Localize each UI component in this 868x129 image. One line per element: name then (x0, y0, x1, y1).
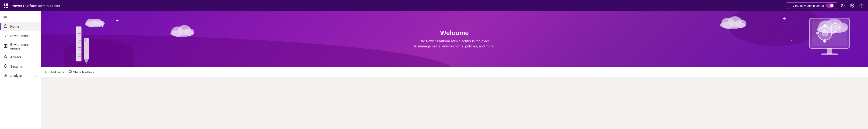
top-nav-right: Try the new admin center (787, 2, 865, 9)
hamburger-menu[interactable]: ☰ (0, 11, 41, 22)
analytics-chevron-icon: ⌄ (35, 74, 37, 77)
banner-subtitle: The Power Platform admin center is the p… (414, 39, 495, 49)
sparkle-1: ✦ (116, 18, 119, 23)
theme-icon[interactable] (839, 2, 846, 9)
share-feedback-button[interactable]: Share feedback (69, 70, 94, 74)
svg-marker-55 (84, 59, 89, 64)
sidebar-label-advisor: Advisor (10, 55, 21, 59)
svg-point-30 (184, 28, 194, 36)
sidebar-label-analytics: Analytics (10, 74, 23, 78)
svg-rect-17 (4, 46, 5, 48)
environment-groups-icon (3, 44, 8, 49)
svg-rect-72 (834, 22, 836, 24)
sidebar-item-environment-groups[interactable]: Environment groups (0, 40, 41, 52)
advisor-icon (3, 55, 8, 59)
svg-point-26 (96, 20, 104, 27)
grid-icon[interactable] (3, 2, 9, 9)
svg-point-34 (735, 19, 746, 28)
cloud-2 (169, 23, 195, 37)
cloud-3 (719, 13, 747, 29)
svg-rect-15 (4, 44, 5, 46)
sidebar-label-environment-groups: Environment groups (10, 43, 37, 50)
svg-rect-65 (831, 32, 834, 34)
security-icon (3, 64, 8, 69)
svg-rect-8 (7, 7, 8, 8)
new-admin-toggle[interactable] (826, 3, 834, 8)
banner-illustration (807, 16, 854, 61)
sidebar-label-environments: Environments (10, 34, 30, 38)
sidebar-item-advisor[interactable]: Advisor (0, 52, 41, 62)
bottom-toolbar: + + Add cards Share feedback (41, 67, 868, 77)
add-cards-icon: + (44, 70, 47, 74)
toggle-knob (830, 4, 833, 7)
svg-point-9 (852, 5, 853, 6)
svg-rect-59 (821, 53, 838, 55)
svg-rect-4 (6, 5, 7, 6)
environments-icon (3, 34, 8, 38)
svg-marker-19 (4, 55, 7, 58)
svg-rect-5 (7, 5, 8, 6)
svg-point-71 (834, 26, 837, 29)
svg-rect-54 (85, 38, 86, 42)
try-new-admin-button[interactable]: Try the new admin center (787, 2, 837, 9)
svg-rect-1 (6, 3, 7, 5)
svg-rect-2 (7, 3, 8, 5)
svg-rect-16 (6, 44, 7, 46)
sidebar-item-home[interactable]: Home (0, 22, 41, 31)
svg-rect-0 (4, 3, 5, 5)
svg-rect-18 (6, 46, 7, 48)
svg-rect-58 (827, 48, 832, 54)
svg-rect-39 (76, 27, 82, 61)
banner-tools-illustration (69, 24, 97, 67)
banner-center: Welcome The Power Platform admin center … (414, 29, 495, 49)
app-title: Power Platform admin center (12, 4, 60, 8)
sidebar-item-analytics[interactable]: Analytics ⌄ (0, 71, 41, 80)
svg-rect-12 (4, 34, 7, 36)
sparkle-3: ✦ (134, 30, 136, 32)
svg-rect-3 (4, 5, 5, 6)
sparkle-5: ✦ (790, 39, 793, 43)
analytics-icon (3, 74, 8, 78)
svg-point-61 (822, 31, 828, 36)
content-area: ✦ ✦ ✦ ✦ ✦ ✦ (41, 11, 868, 129)
add-cards-button[interactable]: + + Add cards (44, 70, 64, 74)
help-icon[interactable] (858, 2, 865, 9)
main-layout: ☰ Home Environments (0, 11, 868, 129)
top-nav: Power Platform admin center Try the new … (0, 0, 868, 11)
svg-rect-7 (6, 7, 7, 8)
share-feedback-label: Share feedback (73, 71, 94, 74)
svg-rect-74 (830, 27, 832, 28)
sidebar-label-security: Security (10, 64, 22, 68)
share-feedback-icon (69, 70, 72, 74)
welcome-banner: ✦ ✦ ✦ ✦ ✦ ✦ (41, 11, 868, 67)
banner-subtitle-line1: The Power Platform admin center is the p… (414, 39, 495, 44)
sidebar-item-security[interactable]: Security (0, 62, 41, 71)
svg-rect-75 (839, 27, 841, 28)
top-nav-left: Power Platform admin center (3, 2, 60, 9)
sidebar-label-home: Home (10, 25, 19, 28)
try-new-admin-label: Try the new admin center (790, 4, 824, 7)
home-icon (3, 24, 8, 29)
add-cards-label: + Add cards (48, 71, 64, 74)
sparkle-4: ✦ (782, 16, 786, 22)
settings-icon[interactable] (848, 2, 856, 9)
svg-rect-6 (4, 7, 5, 8)
sidebar: ☰ Home Environments (0, 11, 41, 129)
sidebar-item-environments[interactable]: Environments (0, 31, 41, 40)
svg-rect-73 (834, 31, 836, 33)
svg-rect-64 (816, 32, 819, 34)
banner-subtitle-line2: to manage users, environments, policies,… (414, 44, 495, 49)
banner-title: Welcome (414, 29, 495, 37)
